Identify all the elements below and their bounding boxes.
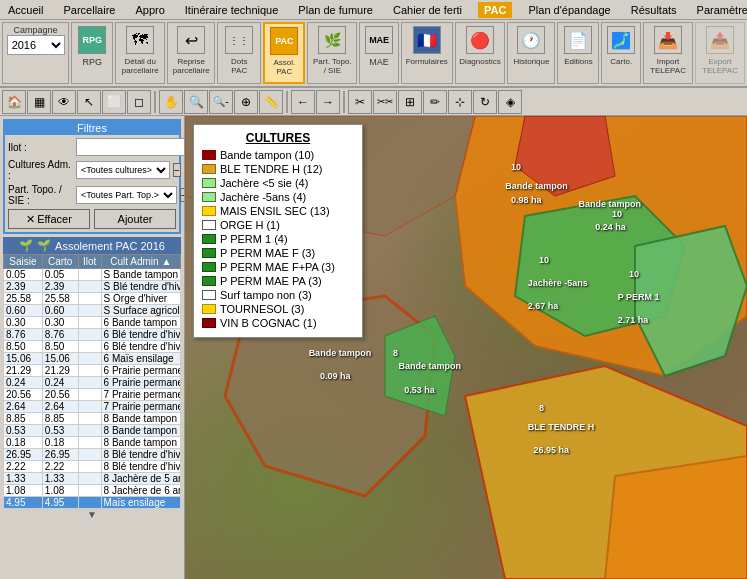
tb2-home-button[interactable]: 🏠 (2, 90, 26, 114)
scroll-down-arrow[interactable]: ▼ (3, 509, 181, 520)
tb2-merge-button[interactable]: ⊞ (398, 90, 422, 114)
cell-carto: 8.50 (42, 341, 78, 353)
table-row[interactable]: 25.5825.58S Orge d'hiver (4, 293, 181, 305)
tb2-select-button[interactable]: ⬜ (102, 90, 126, 114)
ajouter-button[interactable]: Ajouter (94, 209, 176, 229)
table-row[interactable]: 8.508.506 Blé tendre d'hiver (4, 341, 181, 353)
effacer-button[interactable]: ✕ Effacer (8, 209, 90, 229)
menu-itineraire[interactable]: Itinéraire technique (181, 2, 283, 18)
tb2-zoom-area-button[interactable]: ⊕ (234, 90, 258, 114)
table-row[interactable]: 21.2921.296 Prairie permanente (4, 365, 181, 377)
cell-saisie: 0.18 (4, 437, 43, 449)
ilot-input[interactable] (76, 138, 185, 156)
tb2-nav-fwd-button[interactable]: → (316, 90, 340, 114)
menu-parcellaire[interactable]: Parcellaire (59, 2, 119, 18)
cell-ilot (78, 281, 101, 293)
campaign-group: Campagne 2016 2015 2017 (2, 22, 69, 84)
menu-parametres[interactable]: Paramètres (693, 2, 747, 18)
formulaires-button[interactable]: 🇫🇷 (412, 25, 442, 55)
menu-plan-epandage[interactable]: Plan d'épandage (524, 2, 614, 18)
tb2-rotate-button[interactable]: ↻ (473, 90, 497, 114)
table-row[interactable]: 2.392.39S Blé tendre d'hiver (4, 281, 181, 293)
table-row[interactable]: 8.858.858 Bande tampon (4, 413, 181, 425)
mae-button[interactable]: MAE (364, 25, 394, 55)
tb2-nav-back-button[interactable]: ← (291, 90, 315, 114)
editions-button[interactable]: 📄 (563, 25, 593, 55)
legend-color-swatch (202, 234, 216, 244)
dots-pac-button[interactable]: ⋮⋮ (224, 25, 254, 55)
table-row[interactable]: 0.180.188 Bande tampon (4, 437, 181, 449)
cell-saisie: 0.24 (4, 377, 43, 389)
cell-saisie: 1.33 (4, 473, 43, 485)
cell-ilot (78, 305, 101, 317)
table-row[interactable]: 0.300.306 Bande tampon (4, 317, 181, 329)
table-row[interactable]: 0.530.538 Bande tampon (4, 425, 181, 437)
assol-pac-button[interactable]: PAC (269, 26, 299, 56)
tb2-vertex-button[interactable]: ◈ (498, 90, 522, 114)
cell-carto: 0.24 (42, 377, 78, 389)
cell-cult: 6 Blé tendre d'hiver (101, 341, 180, 353)
cell-carto: 4.95 (42, 497, 78, 509)
tb2-select2-button[interactable]: ◻ (127, 90, 151, 114)
main-content: Filtres Ilot : − Cultures Adm. : <Toutes… (0, 116, 747, 579)
filters-title: Filtres (5, 121, 179, 135)
table-row[interactable]: 4.954.95Maïs ensilage (4, 497, 181, 509)
tb2-cut-button[interactable]: ✂ (348, 90, 372, 114)
assol-pac-group: PAC Assol.PAC (263, 22, 305, 84)
table-row[interactable]: 1.331.338 Jachère de 5 ans o (4, 473, 181, 485)
table-row[interactable]: 2.642.647 Prairie permanente (4, 401, 181, 413)
formulaires-label: Formulaires (406, 57, 448, 66)
reprise-button[interactable]: ↩ (176, 25, 206, 55)
detail-parcellaire-button[interactable]: 🗺 (125, 25, 155, 55)
tb2-move-button[interactable]: ⊹ (448, 90, 472, 114)
tb2-zoom-out-button[interactable]: 🔍- (209, 90, 233, 114)
part-topo-button[interactable]: 🌿 (317, 25, 347, 55)
menu-resultats[interactable]: Résultats (627, 2, 681, 18)
tb2-zoom-in-button[interactable]: 🔍 (184, 90, 208, 114)
table-row[interactable]: 26.9526.958 Blé tendre d'hiver (4, 449, 181, 461)
campaign-select[interactable]: 2016 2015 2017 (7, 35, 65, 55)
cell-ilot (78, 413, 101, 425)
carto-group: 🗾 Carto. (601, 22, 641, 84)
cell-ilot (78, 353, 101, 365)
export-telepac-button[interactable]: 📤 (705, 25, 735, 55)
table-row[interactable]: 0.050.05S Bande tampon (4, 269, 181, 281)
diagnostics-button[interactable]: 🔴 (465, 25, 495, 55)
col-carto: Carto (42, 255, 78, 269)
import-telepac-button[interactable]: 📥 (653, 25, 683, 55)
tb2-measure-button[interactable]: 📏 (259, 90, 283, 114)
tb2-cursor-button[interactable]: ↖ (77, 90, 101, 114)
tb2-scissors2-button[interactable]: ✂✂ (373, 90, 397, 114)
tb2-parcel-button[interactable]: ▦ (27, 90, 51, 114)
cell-ilot (78, 401, 101, 413)
historique-button[interactable]: 🕐 (516, 25, 546, 55)
cultures-minus-button[interactable]: − (173, 163, 181, 177)
tb2-eye-button[interactable]: 👁 (52, 90, 76, 114)
menu-pac[interactable]: PAC (478, 2, 512, 18)
menu-accueil[interactable]: Accueil (4, 2, 47, 18)
table-row[interactable]: 1.081.088 Jachère de 6 ans o (4, 485, 181, 497)
rpg-button[interactable]: RPG (77, 25, 107, 55)
map-area[interactable]: CULTURES Bande tampon (10)BLE TENDRE H (… (185, 116, 747, 579)
col-saisie: Saisie (4, 255, 43, 269)
legend-item-label: TOURNESOL (3) (220, 303, 304, 315)
menu-appro[interactable]: Appro (131, 2, 168, 18)
table-row[interactable]: 8.768.766 Blé tendre d'hiver (4, 329, 181, 341)
table-row[interactable]: 0.600.60S Surface agricole te (4, 305, 181, 317)
assol-pac-label: Assol.PAC (273, 58, 295, 76)
cultures-adm-select[interactable]: <Toutes cultures> (76, 161, 170, 179)
cell-saisie: 8.85 (4, 413, 43, 425)
cell-carto: 21.29 (42, 365, 78, 377)
carto-button[interactable]: 🗾 (606, 25, 636, 55)
legend-item: BLE TENDRE H (12) (202, 163, 354, 175)
menu-plan-fumure[interactable]: Plan de fumure (294, 2, 377, 18)
table-row[interactable]: 15.0615.066 Maïs ensilage (4, 353, 181, 365)
tb2-hand-button[interactable]: ✋ (159, 90, 183, 114)
cell-saisie: 15.06 (4, 353, 43, 365)
table-row[interactable]: 2.222.228 Blé tendre d'hiver (4, 461, 181, 473)
table-row[interactable]: 0.240.246 Prairie permanente (4, 377, 181, 389)
menu-cahier-ferti[interactable]: Cahier de ferti (389, 2, 466, 18)
table-row[interactable]: 20.5620.567 Prairie permanente (4, 389, 181, 401)
tb2-edit-button[interactable]: ✏ (423, 90, 447, 114)
part-topo-select[interactable]: <Toutes Part. Top.> (76, 186, 177, 204)
